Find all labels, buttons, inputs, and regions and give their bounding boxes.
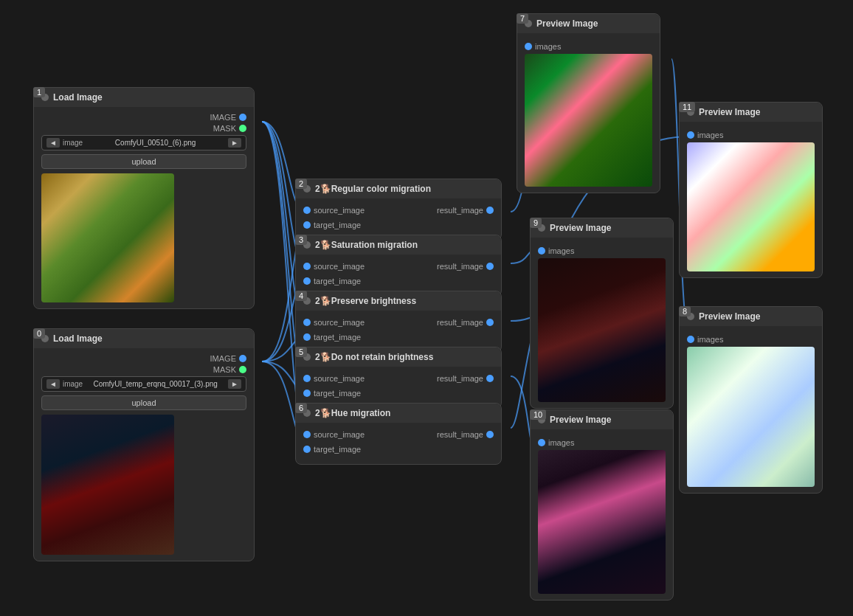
next-file-btn-1[interactable]: ► xyxy=(228,138,241,148)
source-label-4: source_image xyxy=(314,318,365,327)
source-dot-2 xyxy=(303,207,311,214)
images-label-11: images xyxy=(697,131,723,139)
node-body-9: images xyxy=(531,238,673,408)
target-port-4: target_image xyxy=(303,331,494,343)
node-header-4: 2🐕Preserve brightness xyxy=(296,291,501,311)
upload-btn-0[interactable]: upload xyxy=(41,395,246,410)
image-port-out-0: IMAGE xyxy=(41,354,246,363)
node-title-2: 2🐕Regular color migration xyxy=(315,184,431,194)
source-dot-4 xyxy=(303,319,311,326)
filename-1: ComfyUI_00510_(6).png xyxy=(86,139,225,147)
node-body-4: source_image result_image target_image xyxy=(296,311,501,352)
images-label-8: images xyxy=(697,335,723,344)
result-label-4: result_image xyxy=(437,318,483,327)
result-dot-5 xyxy=(486,375,494,382)
mask-port-out-0: MASK xyxy=(41,365,246,374)
images-label-10: images xyxy=(548,438,574,447)
node-body-6: source_image result_image target_image xyxy=(296,423,501,464)
node-body-5: source_image result_image target_image xyxy=(296,367,501,408)
target-port-5: target_image xyxy=(303,387,494,399)
node-header-0: Load Image xyxy=(34,329,254,348)
load-image-node-1: 1 Load Image IMAGE MASK ◄ image ComfyUI_… xyxy=(33,87,255,309)
result-dot-3 xyxy=(486,263,494,270)
mask-port-label-0: MASK xyxy=(213,365,236,374)
images-dot-11 xyxy=(687,131,694,139)
target-label-2: target_image xyxy=(314,221,361,229)
mask-port-out-1: MASK xyxy=(41,124,246,133)
node-title-7: Preview Image xyxy=(536,18,598,29)
preview-wolf-light xyxy=(687,347,815,487)
image-label-0: image xyxy=(63,380,83,388)
file-selector-1[interactable]: ◄ image ComfyUI_00510_(6).png ► xyxy=(41,135,246,150)
preview-node-7: 7 Preview Image images xyxy=(517,13,660,193)
images-label-7: images xyxy=(535,42,561,51)
source-label-5: source_image xyxy=(314,374,365,383)
node-body-1: IMAGE MASK ◄ image ComfyUI_00510_(6).png… xyxy=(34,107,254,308)
source-port-4: source_image result_image xyxy=(303,316,494,328)
node-header-5: 2🐕Do not retain brightness xyxy=(296,347,501,367)
source-label-2: source_image xyxy=(314,206,365,215)
node-body-11: images xyxy=(680,122,822,277)
upload-btn-1[interactable]: upload xyxy=(41,154,246,169)
node-id-7: 7 xyxy=(517,13,528,24)
node-body-2: source_image result_image target_image xyxy=(296,198,501,240)
node-body-3: source_image result_image target_image xyxy=(296,255,501,296)
images-port-7: images xyxy=(525,39,652,54)
preview-wolf-dark xyxy=(538,258,666,402)
target-label-5: target_image xyxy=(314,389,361,398)
node-body-0: IMAGE MASK ◄ image ComfyUI_temp_erqnq_00… xyxy=(34,348,254,561)
preview-node-10: 10 Preview Image images xyxy=(530,409,674,601)
node-title-1: Load Image xyxy=(53,92,103,103)
images-dot-7 xyxy=(525,43,532,50)
mask-port-label-1: MASK xyxy=(213,124,236,133)
source-dot-6 xyxy=(303,431,311,438)
node-body-8: images xyxy=(680,326,822,493)
image-port-label-1: IMAGE xyxy=(210,113,236,122)
node-id-11: 11 xyxy=(679,102,695,112)
preview-node-8: 8 Preview Image images xyxy=(679,306,823,494)
source-port-5: source_image result_image xyxy=(303,373,494,384)
result-label-5: result_image xyxy=(437,374,483,383)
images-dot-10 xyxy=(538,439,545,446)
target-dot-5 xyxy=(303,390,311,397)
file-selector-0[interactable]: ◄ image ComfyUI_temp_erqnq_00017_(3).png… xyxy=(41,376,246,392)
mask-port-dot-1 xyxy=(239,125,246,132)
next-file-btn-0[interactable]: ► xyxy=(228,379,241,389)
preview-node-9: 9 Preview Image images xyxy=(530,218,674,409)
node-header-6: 2🐕Hue migration xyxy=(296,404,501,423)
prev-file-btn-1[interactable]: ◄ xyxy=(46,138,60,148)
node-title-4: 2🐕Preserve brightness xyxy=(315,296,416,306)
migration-node-5: 5 2🐕Do not retain brightness source_imag… xyxy=(295,347,502,409)
node-title-5: 2🐕Do not retain brightness xyxy=(315,352,433,362)
migration-node-2: 2 2🐕Regular color migration source_image… xyxy=(295,179,502,240)
target-label-4: target_image xyxy=(314,333,361,342)
node-id-4: 4 xyxy=(295,291,307,301)
source-port-2: source_image result_image xyxy=(303,204,494,216)
target-dot-4 xyxy=(303,333,311,341)
preview-wolf-pink xyxy=(538,450,666,594)
image-port-out-1: IMAGE xyxy=(41,113,246,122)
prev-file-btn-0[interactable]: ◄ xyxy=(46,379,60,389)
preview-node-11: 11 Preview Image images xyxy=(679,102,823,278)
node-title-9: Preview Image xyxy=(550,223,611,233)
node-title-3: 2🐕Saturation migration xyxy=(315,240,418,250)
node-header-8: Preview Image xyxy=(680,307,822,326)
image-port-dot-1 xyxy=(239,114,246,121)
source-label-6: source_image xyxy=(314,430,365,439)
node-body-10: images xyxy=(531,429,673,600)
node-header-10: Preview Image xyxy=(531,410,673,429)
source-port-3: source_image result_image xyxy=(303,260,494,272)
result-dot-2 xyxy=(486,207,494,214)
node-id-3: 3 xyxy=(295,235,307,245)
result-label-6: result_image xyxy=(437,430,483,439)
node-header-11: Preview Image xyxy=(680,103,822,122)
preview-image-girl xyxy=(41,173,174,302)
migration-node-3: 3 2🐕Saturation migration source_image re… xyxy=(295,235,502,297)
source-dot-3 xyxy=(303,263,311,270)
node-title-10: Preview Image xyxy=(550,415,611,425)
node-id-0: 0 xyxy=(33,328,45,339)
images-dot-9 xyxy=(538,247,545,255)
migration-node-4: 4 2🐕Preserve brightness source_image res… xyxy=(295,291,502,353)
node-id-6: 6 xyxy=(295,403,307,413)
target-dot-6 xyxy=(303,446,311,453)
